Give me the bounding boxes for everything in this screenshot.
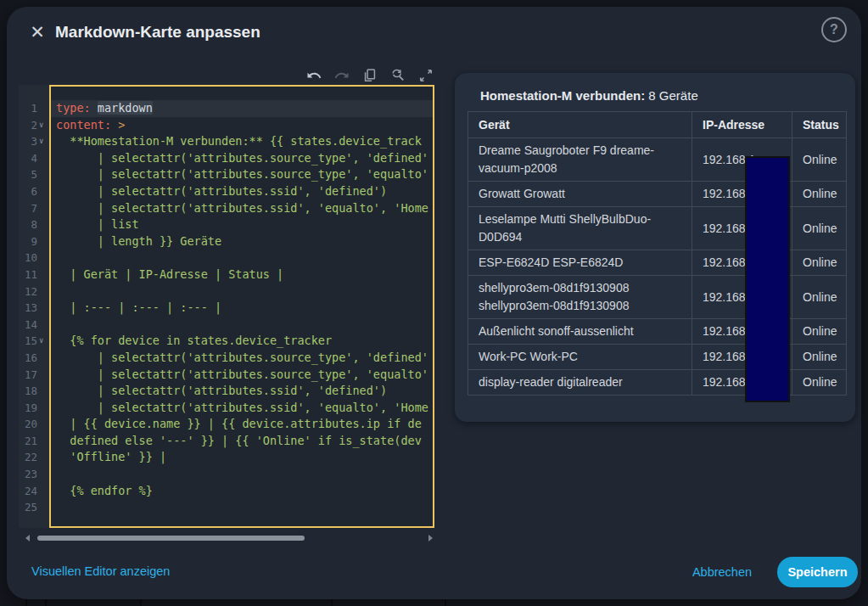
show-visual-editor-link[interactable]: Visuellen Editor anzeigen	[31, 564, 170, 578]
gutter-line: 25	[19, 499, 49, 516]
editor-horizontal-scrollbar[interactable]	[19, 531, 434, 545]
close-icon[interactable]: ✕	[22, 17, 53, 48]
status-cell: Online	[792, 319, 847, 345]
help-icon[interactable]: ?	[821, 17, 847, 42]
code-line	[51, 283, 433, 300]
save-button[interactable]: Speichern	[777, 557, 858, 587]
code-line: | selectattr('attributes.ssid', 'equalto…	[51, 400, 433, 417]
code-line	[51, 317, 433, 334]
code-line: | selectattr('attributes.ssid', 'defined…	[51, 383, 433, 400]
code-line: | Gerät | IP-Adresse | Status |	[51, 267, 433, 283]
gutter-line: 7	[19, 200, 49, 217]
code-line: | selectattr('attributes.source_type', '…	[51, 166, 433, 183]
status-cell: Online	[792, 370, 847, 396]
device-cell: Work-PC Work-PC	[468, 345, 692, 370]
editor-line-numbers: 12∨3∨456789101112131415∨1617181920212223…	[19, 85, 49, 528]
preview-heading-bold: Homestation-M verbunden:	[480, 88, 645, 103]
gutter-line: 23	[19, 466, 49, 483]
table-header-row: Gerät IP-Adresse Status	[468, 112, 847, 138]
background-divider	[45, 598, 47, 606]
code-line	[51, 250, 433, 267]
gutter-line: 15∨	[19, 333, 49, 350]
gutter-line: 10	[19, 250, 49, 267]
code-line: {% endfor %}	[51, 483, 433, 500]
code-line	[51, 466, 433, 483]
device-cell: Leselampe Mutti ShellyBulbDuo-D0D694	[468, 207, 692, 250]
status-cell: Online	[792, 182, 847, 207]
gutter-line: 6	[19, 183, 49, 200]
code-line: 'Offline' }} |	[51, 449, 433, 466]
code-line: content: >	[51, 117, 433, 134]
gutter-line: 4	[19, 150, 49, 167]
gutter-line: 16	[19, 350, 49, 367]
gutter-line: 14	[19, 317, 49, 334]
device-cell: Außenlicht sonoff-aussenlicht	[468, 319, 692, 345]
code-line: | {{ device.name }} | {{ device.attribut…	[51, 416, 433, 433]
find-replace-icon[interactable]	[389, 67, 406, 84]
code-line: defined else '---' }} | {{ 'Online' if i…	[51, 433, 433, 450]
gutter-line: 20	[19, 416, 49, 433]
device-cell: shellypro3em-08d1f9130908 shellypro3em-0…	[468, 276, 692, 319]
yaml-code-editor[interactable]: 12∨3∨456789101112131415∨1617181920212223…	[19, 85, 434, 528]
gutter-line: 11	[19, 267, 49, 283]
redo-icon[interactable]	[333, 67, 350, 84]
code-line: | length }} Geräte	[51, 233, 433, 250]
gutter-line: 12	[19, 283, 49, 300]
gutter-line: 5	[19, 166, 49, 183]
scroll-right-icon[interactable]	[428, 535, 433, 541]
gutter-line: 17	[19, 367, 49, 384]
cancel-button[interactable]: Abbrechen	[688, 558, 756, 586]
expand-icon[interactable]	[417, 67, 434, 84]
column-header-status: Status	[792, 112, 847, 138]
status-cell: Online	[792, 345, 847, 370]
edit-markdown-card-dialog: ✕ Markdown-Karte anpassen ? 12∨3∨4567891…	[7, 7, 861, 599]
editor-code-content[interactable]: type: markdowncontent: > **Homestation-M…	[49, 85, 434, 528]
gutter-line: 8	[19, 216, 49, 233]
preview-heading: Homestation-M verbunden: 8 Geräte	[480, 88, 698, 103]
scrollbar-thumb[interactable]	[37, 536, 305, 541]
gutter-line: 2∨	[19, 117, 49, 134]
status-cell: Online	[792, 138, 847, 182]
device-cell: Growatt Growatt	[468, 182, 692, 207]
dialog-title: Markdown-Karte anpassen	[55, 17, 260, 48]
code-line: | :--- | :--- | :--- |	[51, 300, 433, 317]
background-divider	[25, 598, 27, 606]
status-cell: Online	[792, 207, 847, 250]
fold-chevron-icon[interactable]: ∨	[39, 133, 47, 150]
redaction-overlay	[745, 156, 790, 402]
code-line: | selectattr('attributes.ssid', 'defined…	[51, 183, 433, 200]
gutter-line: 13	[19, 300, 49, 317]
fold-chevron-icon[interactable]: ∨	[39, 117, 47, 134]
background-divider	[445, 598, 446, 606]
background-divider	[140, 598, 142, 606]
gutter-line: 19	[19, 400, 49, 417]
gutter-line: 9	[19, 233, 49, 250]
code-line: | selectattr('attributes.ssid', 'equalto…	[51, 200, 433, 217]
code-line: | selectattr('attributes.source_type', '…	[51, 367, 433, 384]
preview-heading-count: 8 Geräte	[645, 88, 698, 103]
gutter-line: 22	[19, 449, 49, 466]
fold-chevron-icon[interactable]: ∨	[39, 333, 47, 350]
code-line: **Homestation-M verbunden:** {{ states.d…	[51, 133, 433, 150]
code-line: | selectattr('attributes.source_type', '…	[51, 150, 433, 167]
gutter-line: 18	[19, 383, 49, 400]
markdown-card-preview: Homestation-M verbunden: 8 Geräte Gerät …	[455, 73, 855, 422]
column-header-device: Gerät	[468, 112, 692, 138]
undo-icon[interactable]	[305, 67, 322, 84]
gutter-line: 24	[19, 483, 49, 500]
status-cell: Online	[792, 276, 847, 319]
editor-toolbar	[19, 65, 434, 87]
code-line: | list	[51, 216, 433, 233]
column-header-ip: IP-Adresse	[692, 112, 792, 138]
code-line: | selectattr('attributes.source_type', '…	[51, 350, 433, 367]
copy-icon[interactable]	[361, 67, 378, 84]
gutter-line: 1	[19, 100, 49, 117]
device-cell: Dreame Saugroboter F9 dreame-vacuum-p200…	[468, 138, 692, 182]
device-cell: display-reader digitalreader	[468, 370, 692, 396]
code-line: type: markdown	[51, 100, 433, 117]
scroll-left-icon[interactable]	[25, 535, 30, 541]
code-line: {% for device in states.device_tracker	[51, 333, 433, 350]
gutter-line: 3∨	[19, 133, 49, 150]
dialog-header: ✕ Markdown-Karte anpassen ?	[7, 7, 861, 58]
status-cell: Online	[792, 250, 847, 276]
